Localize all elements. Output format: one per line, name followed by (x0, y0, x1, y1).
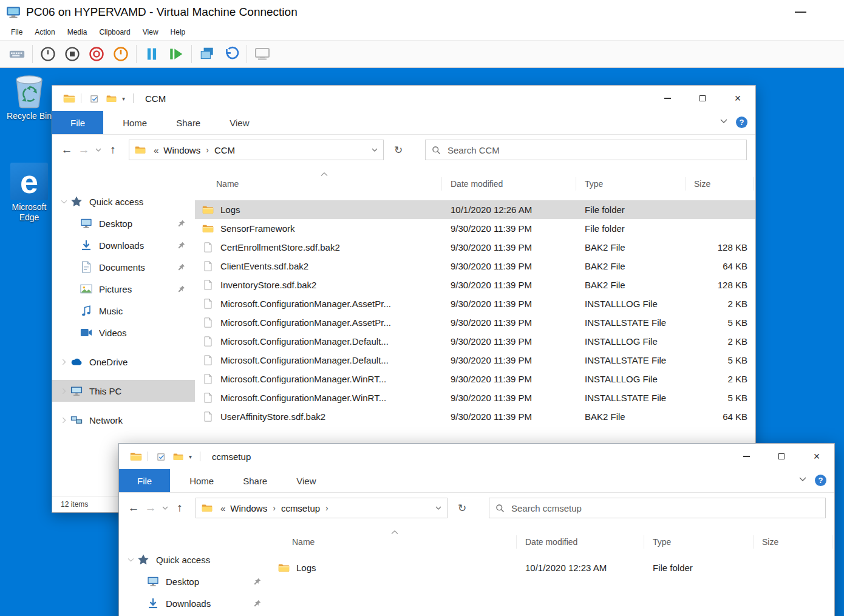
column-header-date-modified[interactable]: Date modified (517, 535, 644, 549)
minimize-button[interactable] (729, 444, 764, 469)
qat-properties-button[interactable] (157, 452, 167, 461)
expand-chevron-icon[interactable] (126, 557, 135, 563)
search-input[interactable] (510, 503, 819, 514)
close-button[interactable]: × (720, 86, 755, 111)
expand-chevron-icon[interactable] (60, 359, 68, 365)
address-dropdown-chevron-icon[interactable] (435, 506, 441, 510)
pause-button[interactable] (140, 42, 164, 66)
sort-ascending-icon[interactable] (391, 530, 398, 534)
refresh-button[interactable]: ↻ (451, 498, 473, 518)
desktop-icon-microsoft-edge[interactable]: e Microsoft Edge (6, 163, 52, 223)
breadcrumb-segment-windows[interactable]: Windows (228, 503, 269, 513)
shut-down-button[interactable] (109, 42, 133, 66)
breadcrumb-segment-windows[interactable]: Windows (162, 145, 202, 155)
address-box[interactable]: « Windows › CCM (129, 140, 384, 160)
menu-file[interactable]: File (5, 28, 29, 36)
sidebar-item-desktop[interactable]: Desktop (52, 212, 195, 234)
sidebar-item-pictures[interactable]: Pictures (52, 278, 195, 300)
file-row-logs[interactable]: Logs10/1/2020 12:23 AMFile folder (271, 558, 834, 577)
column-header-name[interactable]: Name (195, 177, 442, 191)
sort-ascending-icon[interactable] (321, 172, 328, 176)
tab-file[interactable]: File (52, 111, 103, 134)
sidebar-item-downloads[interactable]: Downloads (119, 592, 271, 614)
breadcrumb-collapsed-icon[interactable]: « (151, 145, 162, 155)
sidebar-item-music[interactable]: Music (52, 300, 195, 322)
sidebar-item-desktop[interactable]: Desktop (119, 570, 271, 592)
search-box[interactable] (425, 140, 747, 160)
breadcrumb-segment-ccmsetup[interactable]: ccmsetup (279, 503, 322, 513)
file-row-inventorystore-sdf-bak2[interactable]: InventoryStore.sdf.bak29/30/2020 11:39 P… (195, 276, 755, 294)
column-header-size[interactable]: Size (754, 535, 832, 549)
help-button[interactable]: ? (815, 475, 826, 486)
sidebar-item-onedrive[interactable]: OneDrive (52, 351, 195, 373)
up-button[interactable]: ↑ (171, 501, 188, 515)
stop-button[interactable] (60, 42, 84, 66)
explorer-titlebar[interactable]: ▾ ccmsetup × (119, 444, 834, 469)
ribbon-expand-chevron-icon[interactable] (799, 477, 806, 481)
sidebar-item-network[interactable]: Network (52, 409, 195, 431)
file-row-microsoft-configurationmanager-default[interactable]: Microsoft.ConfigurationManager.Default..… (195, 351, 755, 370)
qat-customize-chevron-icon[interactable]: ▾ (189, 453, 192, 460)
sidebar-item-videos[interactable]: Videos (52, 322, 195, 344)
menu-action[interactable]: Action (29, 28, 61, 36)
address-dropdown-chevron-icon[interactable] (372, 148, 378, 152)
search-input[interactable] (446, 144, 740, 156)
file-row-clientevents-sdf-bak2[interactable]: ClientEvents.sdf.bak29/30/2020 11:39 PMB… (195, 257, 755, 276)
column-header-type[interactable]: Type (576, 177, 686, 191)
file-row-microsoft-configurationmanager-assetpr[interactable]: Microsoft.ConfigurationManager.AssetPr..… (195, 313, 755, 332)
maximize-button[interactable] (764, 444, 799, 469)
desktop-icon-recycle-bin[interactable]: Recycle Bin (5, 74, 53, 121)
file-row-microsoft-configurationmanager-assetpr[interactable]: Microsoft.ConfigurationManager.AssetPr..… (195, 294, 755, 313)
sidebar-item-quick-access[interactable]: Quick access (119, 549, 271, 570)
file-row-microsoft-configurationmanager-winrt[interactable]: Microsoft.ConfigurationManager.WinRT...9… (195, 370, 755, 388)
maximize-button[interactable] (685, 86, 720, 111)
refresh-button[interactable]: ↻ (387, 140, 409, 160)
file-row-microsoft-configurationmanager-winrt[interactable]: Microsoft.ConfigurationManager.WinRT...9… (195, 388, 755, 407)
tab-home[interactable]: Home (175, 469, 228, 492)
tab-share[interactable]: Share (162, 111, 215, 134)
menu-clipboard[interactable]: Clipboard (93, 28, 136, 36)
checkpoint-button[interactable] (195, 42, 219, 66)
breadcrumb-collapsed-icon[interactable]: « (217, 503, 228, 513)
forward-button[interactable]: → (142, 501, 159, 515)
back-button[interactable]: ← (58, 143, 75, 157)
turn-off-button[interactable] (84, 42, 109, 66)
recent-locations-chevron-icon[interactable] (92, 148, 104, 152)
expand-chevron-icon[interactable] (60, 417, 68, 424)
minimize-icon[interactable] (795, 12, 806, 13)
resume-button[interactable] (164, 42, 188, 66)
revert-button[interactable] (219, 42, 243, 66)
sidebar-item-this-pc[interactable]: This PC (52, 380, 195, 402)
file-row-certenrollmentstore-sdf-bak2[interactable]: CertEnrollmentStore.sdf.bak29/30/2020 11… (195, 238, 755, 257)
qat-new-folder-button[interactable] (173, 452, 183, 461)
forward-button[interactable]: → (75, 143, 92, 157)
start-button[interactable] (36, 42, 60, 66)
file-row-useraffinitystore-sdf-bak2[interactable]: UserAffinityStore.sdf.bak29/30/2020 11:3… (195, 407, 755, 426)
enhanced-session-button[interactable] (250, 42, 274, 66)
minimize-button[interactable] (650, 86, 685, 111)
menu-view[interactable]: View (137, 28, 165, 36)
expand-chevron-icon[interactable] (60, 388, 68, 394)
tab-share[interactable]: Share (228, 469, 282, 492)
qat-new-folder-button[interactable] (106, 94, 117, 103)
file-row-logs[interactable]: Logs10/1/2020 12:26 AMFile folder (195, 200, 755, 219)
tab-view[interactable]: View (215, 111, 264, 134)
ribbon-expand-chevron-icon[interactable] (720, 119, 727, 123)
ctrl-alt-del-button[interactable] (5, 42, 29, 66)
sidebar-item-documents[interactable]: Documents (52, 256, 195, 278)
file-row-microsoft-configurationmanager-default[interactable]: Microsoft.ConfigurationManager.Default..… (195, 332, 755, 351)
menu-help[interactable]: Help (165, 28, 192, 36)
address-box[interactable]: « Windows › ccmsetup › (196, 498, 448, 518)
column-header-size[interactable]: Size (686, 177, 754, 191)
file-row-sensorframework[interactable]: SensorFramework9/30/2020 11:39 PMFile fo… (195, 219, 755, 238)
back-button[interactable]: ← (125, 501, 142, 515)
explorer-titlebar[interactable]: ▾ CCM × (52, 86, 755, 111)
up-button[interactable]: ↑ (104, 143, 121, 157)
sidebar-item-quick-access[interactable]: Quick access (52, 191, 195, 212)
column-header-type[interactable]: Type (644, 535, 754, 549)
qat-customize-chevron-icon[interactable]: ▾ (122, 95, 125, 102)
tab-home[interactable]: Home (108, 111, 162, 134)
sidebar-item-downloads[interactable]: Downloads (52, 234, 195, 256)
help-button[interactable]: ? (736, 117, 747, 128)
tab-file[interactable]: File (119, 469, 170, 492)
